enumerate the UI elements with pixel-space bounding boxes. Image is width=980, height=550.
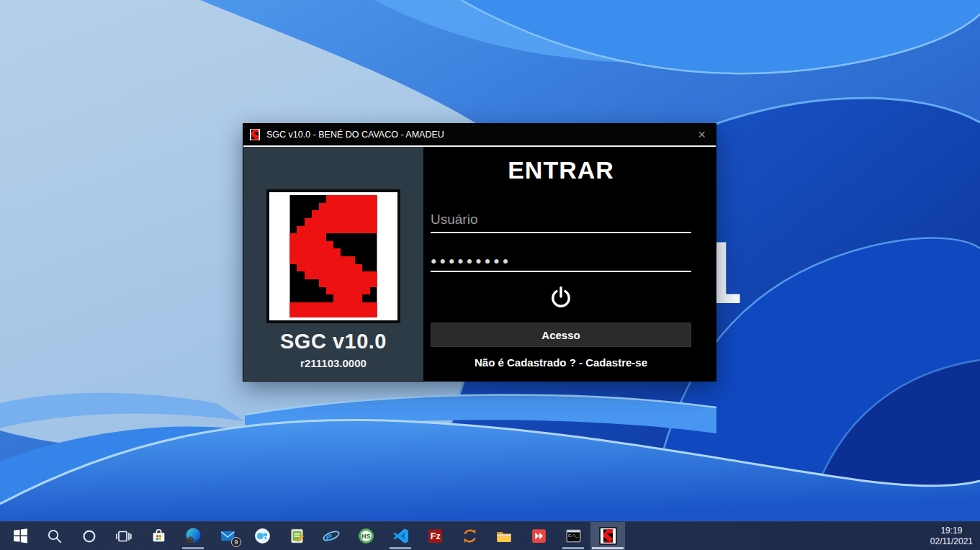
notepad-plus-plus-button[interactable] [279,522,314,550]
task-view-button[interactable] [107,522,141,550]
password-input[interactable]: ●●●●●●●●● [431,242,691,272]
edge-button[interactable] [176,522,210,550]
svg-text:e: e [326,528,332,543]
running-indicator [562,547,584,549]
username-placeholder: Usuário [431,212,477,227]
app-build-version: r211103.0000 [300,357,367,369]
sgc-login-window: SGC v10.0 - BENÉ DO CAVACO - AMADEU × SG… [243,123,716,382]
register-link[interactable]: Não é Cadastrado ? - Cadastre-se [431,356,691,369]
window-body: SGC v10.0 r211103.0000 ENTRAR Usuário ●●… [243,147,716,381]
running-indicator [182,547,204,549]
svg-text:HS: HS [361,533,370,540]
running-indicator [390,547,411,549]
command-prompt-button[interactable]: C:\_ [556,522,590,550]
red-diamond-app-button[interactable] [521,522,556,550]
taskbar-clock[interactable]: 19:19 02/11/2021 [926,522,980,550]
mail-button[interactable]: 9 [210,522,245,550]
login-panel: ENTRAR Usuário ●●●●●●●●● Acesso Não é Ca… [423,147,716,381]
window-title: SGC v10.0 - BENÉ DO CAVACO - AMADEU [266,130,695,140]
active-indicator [592,547,624,549]
internet-explorer-button[interactable]: e [314,522,349,550]
close-button[interactable]: × [695,128,709,141]
login-heading: ENTRAR [431,154,691,186]
sgc-logo [266,189,400,323]
start-button[interactable] [3,522,37,550]
desktop: 1 SGC v10.0 - BENÉ DO CAVACO - AMADEU × … [0,0,980,550]
heidisql-button[interactable]: HS [349,522,383,550]
acesso-button[interactable]: Acesso [431,323,691,347]
microsoft-store-button[interactable] [141,522,176,550]
window-titlebar[interactable]: SGC v10.0 - BENÉ DO CAVACO - AMADEU × [243,124,716,145]
password-masked-value: ●●●●●●●●● [431,255,511,266]
clock-date: 02/11/2021 [930,536,973,547]
taskbar: 9 e [0,521,980,550]
app-name: SGC v10.0 [280,330,387,353]
username-input[interactable]: Usuário [431,203,691,233]
svg-text:C:\_: C:\_ [568,533,578,538]
sync-app-button[interactable] [452,522,487,550]
svg-text:Fz: Fz [430,532,440,542]
cortana-button[interactable] [72,522,107,550]
search-button[interactable] [37,522,72,550]
mail-badge: 9 [231,537,241,547]
sgc-taskbar-button[interactable] [590,522,625,550]
file-explorer-button[interactable] [487,522,521,550]
branding-panel: SGC v10.0 r211103.0000 [243,147,423,381]
power-icon[interactable] [431,282,691,314]
messaging-app-button[interactable] [245,522,279,550]
sgc-titlebar-icon [249,128,261,141]
vscode-button[interactable] [383,522,418,550]
clock-time: 19:19 [930,526,973,536]
filezilla-button[interactable]: Fz [418,522,452,550]
